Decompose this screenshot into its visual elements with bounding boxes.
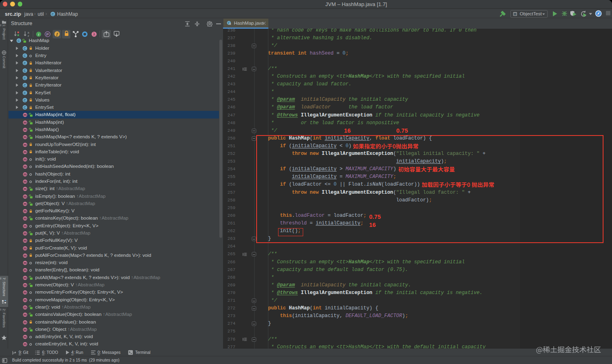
svg-text:P: P bbox=[46, 32, 49, 36]
svg-text:m: m bbox=[23, 298, 27, 302]
svg-text:C: C bbox=[23, 91, 26, 95]
svg-text:C: C bbox=[23, 46, 26, 50]
svg-text:m: m bbox=[23, 187, 27, 191]
svg-text:λ: λ bbox=[93, 32, 95, 36]
svg-text:m: m bbox=[23, 150, 27, 154]
svg-text:C: C bbox=[51, 12, 54, 16]
svg-text:m: m bbox=[23, 239, 27, 243]
svg-text:C: C bbox=[23, 76, 26, 80]
svg-text:m: m bbox=[23, 335, 27, 339]
svg-text:m: m bbox=[23, 128, 27, 132]
svg-text:m: m bbox=[23, 180, 27, 184]
svg-text:m: m bbox=[23, 246, 27, 250]
svg-text:C: C bbox=[23, 83, 26, 87]
svg-text:m: m bbox=[23, 305, 27, 309]
svg-text:m: m bbox=[23, 165, 27, 169]
svg-text:m: m bbox=[23, 224, 27, 228]
svg-text:m: m bbox=[23, 172, 27, 176]
svg-text:C: C bbox=[23, 61, 26, 65]
svg-text:m: m bbox=[23, 216, 27, 220]
svg-text:m: m bbox=[23, 254, 27, 258]
svg-text:z: z bbox=[28, 34, 29, 37]
svg-text:C: C bbox=[23, 98, 26, 102]
svg-text:m: m bbox=[23, 143, 27, 147]
svg-text:m: m bbox=[23, 320, 27, 324]
svg-text:m: m bbox=[23, 342, 27, 346]
svg-text:C: C bbox=[23, 54, 26, 58]
svg-text:m: m bbox=[23, 209, 27, 213]
svg-text:C: C bbox=[17, 39, 20, 43]
svg-text:m: m bbox=[23, 157, 27, 161]
svg-text:C: C bbox=[23, 106, 26, 110]
svg-text:m: m bbox=[23, 283, 27, 287]
svg-text:m: m bbox=[23, 328, 27, 332]
svg-text:m: m bbox=[23, 261, 27, 265]
svg-text:m: m bbox=[23, 135, 27, 139]
svg-text:m: m bbox=[23, 231, 27, 235]
svg-text:m: m bbox=[23, 276, 27, 280]
svg-text:m: m bbox=[23, 313, 27, 317]
svg-text:m: m bbox=[23, 202, 27, 206]
svg-text:C: C bbox=[23, 68, 26, 72]
svg-text:m: m bbox=[23, 268, 27, 272]
svg-text:m: m bbox=[23, 113, 27, 117]
svg-text:m: m bbox=[23, 290, 27, 294]
svg-text:m: m bbox=[23, 195, 27, 199]
svg-text:m: m bbox=[23, 121, 27, 125]
